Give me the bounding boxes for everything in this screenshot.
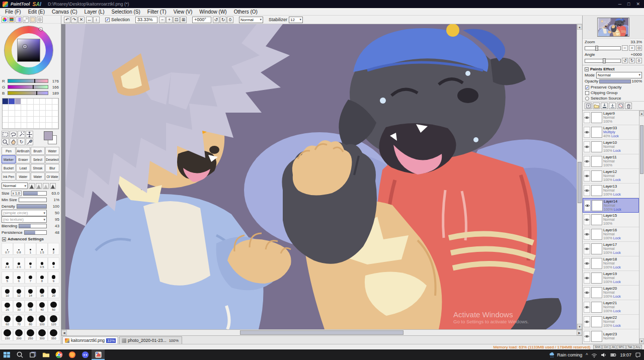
- navigator[interactable]: [583, 16, 644, 39]
- swatch-cell[interactable]: [27, 123, 33, 129]
- size-unit-select[interactable]: x 1.0: [11, 191, 22, 196]
- layer-item-layer20[interactable]: Layer20Normal100% Lock: [583, 286, 639, 300]
- tool-airbrush[interactable]: AirBrush: [16, 147, 30, 155]
- tool-marker[interactable]: Marker: [2, 155, 16, 163]
- persistence-slider[interactable]: [24, 230, 47, 235]
- layer-scroll-thumb[interactable]: [640, 125, 643, 174]
- swatch-cell[interactable]: [52, 111, 58, 117]
- swatch-cell[interactable]: [52, 105, 58, 111]
- brush-size-150[interactable]: 150: [2, 329, 13, 341]
- swatch-cell[interactable]: [9, 123, 15, 129]
- paints-effect-header[interactable]: − Paints Effect: [583, 66, 644, 72]
- brush-size-8[interactable]: 8: [36, 272, 48, 284]
- layer-list-scrollbar[interactable]: ▲ ▼: [639, 111, 644, 344]
- delete-layer-button[interactable]: [625, 103, 632, 109]
- layer-item-layer12[interactable]: Layer12Normal100% Lock: [583, 169, 639, 184]
- swatch-cell[interactable]: [52, 123, 58, 129]
- layer-item-layer11[interactable]: Layer11Normal100%: [583, 154, 639, 169]
- canvas-angle-field[interactable]: +000°: [192, 17, 211, 23]
- swatch-cell[interactable]: [15, 117, 21, 123]
- scroll-down-icon[interactable]: ▼: [577, 324, 582, 329]
- tool-brush[interactable]: Brush: [31, 147, 45, 155]
- layer-item-layer18[interactable]: Layer18Normal100% Lock: [583, 256, 639, 271]
- layer-visibility-eye-icon[interactable]: [584, 273, 590, 284]
- stabilizer-select[interactable]: 12 ▾: [289, 17, 303, 23]
- flip-vertical-button[interactable]: ↕: [93, 17, 100, 23]
- taskbar-start-icon[interactable]: [0, 349, 13, 360]
- brush-size-250[interactable]: 250: [25, 329, 36, 341]
- layer-item-layer17[interactable]: Layer17Normal100% Lock: [583, 242, 639, 256]
- taskbar-discord-icon[interactable]: [78, 349, 92, 360]
- layer-item-layer10[interactable]: Layer10Normal100% Lock: [583, 140, 639, 154]
- brush-tip-shape-icon[interactable]: [43, 183, 49, 189]
- brush-size-4[interactable]: 4: [48, 257, 59, 269]
- taskbar-task-view-icon[interactable]: [26, 349, 39, 360]
- canvas-artwork[interactable]: [65, 24, 577, 329]
- tool-streak[interactable]: Streak: [31, 164, 45, 172]
- brush-size-10[interactable]: 10: [2, 286, 13, 298]
- layer-visibility-eye-icon[interactable]: [584, 302, 590, 313]
- layer-visibility-eye-icon[interactable]: [584, 141, 590, 152]
- swatch-cell[interactable]: [15, 99, 21, 105]
- layer-item-layer16[interactable]: Layer16Normal100% Lock: [583, 227, 639, 242]
- swatch-cell[interactable]: [21, 99, 27, 105]
- swatch-cell[interactable]: [21, 111, 27, 117]
- eyedropper-tool-icon[interactable]: [26, 138, 33, 145]
- swatch-cell[interactable]: [9, 99, 15, 105]
- tool-blur[interactable]: Blur: [45, 164, 59, 172]
- brush-size-2.3[interactable]: 2.3: [2, 257, 13, 269]
- tool-water[interactable]: Water: [45, 147, 59, 155]
- menu-view[interactable]: View (V): [170, 8, 196, 16]
- brush-size-70[interactable]: 70: [13, 315, 25, 327]
- swatch-cell[interactable]: [46, 123, 52, 129]
- swatch-cell[interactable]: [40, 117, 46, 123]
- scroll-up-icon[interactable]: ▲: [639, 111, 644, 116]
- menu-canvas[interactable]: Canvas (C): [48, 8, 81, 16]
- rotate-ccw-button[interactable]: ↺: [622, 58, 628, 63]
- brush-shape-select[interactable]: (simple circle) ▾: [2, 210, 47, 216]
- new-layer-button[interactable]: [585, 103, 592, 109]
- swatch-cell[interactable]: [9, 117, 15, 123]
- rect-select-tool-icon[interactable]: [2, 131, 9, 138]
- brush-tip-shape-icon[interactable]: [29, 183, 35, 189]
- brush-size-80[interactable]: 80: [25, 315, 36, 327]
- rotate-reset-button[interactable]: 0: [227, 17, 233, 23]
- layer-visibility-eye-icon[interactable]: [584, 229, 590, 240]
- swatch-cell[interactable]: [34, 117, 40, 123]
- brush-tip-shape-icon[interactable]: [36, 183, 42, 189]
- move-tool-icon[interactable]: [26, 131, 33, 138]
- brush-size-5[interactable]: 5: [2, 272, 13, 284]
- tool-select[interactable]: Select: [31, 155, 45, 163]
- weather-widget[interactable]: Rain coming: [549, 352, 582, 358]
- menu-file[interactable]: File (F): [2, 8, 25, 16]
- brush-size-16[interactable]: 16: [36, 286, 48, 298]
- brush-size-200[interactable]: 200: [13, 329, 25, 341]
- swatch-cell[interactable]: [21, 105, 27, 111]
- undo-button[interactable]: ↶: [64, 17, 70, 23]
- menu-edit[interactable]: Edit (E): [25, 8, 48, 16]
- transfer-down-button[interactable]: [601, 103, 608, 109]
- vertical-scroll-thumb[interactable]: [578, 162, 582, 203]
- brush-size-1[interactable]: 1: [25, 243, 36, 255]
- brush-size-350[interactable]: 350: [48, 329, 59, 341]
- zoom-slider-thumb[interactable]: [595, 46, 598, 51]
- swatch-cell[interactable]: [3, 123, 9, 129]
- magic-wand-tool-icon[interactable]: [18, 131, 25, 138]
- canvas-horizontal-scrollbar[interactable]: ◀ ▶: [61, 329, 582, 335]
- brush-size-12[interactable]: 12: [13, 286, 25, 298]
- layer-item-layer33[interactable]: Layer33Multiply40% Lock: [583, 125, 639, 140]
- hand-tool-icon[interactable]: [10, 138, 17, 145]
- color-mixer-icon[interactable]: [16, 17, 22, 23]
- brush-blend-mode-select[interactable]: Normal ▾: [2, 183, 28, 189]
- swatches-icon[interactable]: [23, 17, 29, 23]
- rotate-tool-icon[interactable]: ↻: [18, 138, 25, 145]
- layer-visibility-eye-icon[interactable]: [584, 127, 590, 138]
- advanced-settings-header[interactable]: + Advanced Settings: [0, 236, 61, 242]
- zoom-out-button[interactable]: −: [622, 45, 628, 51]
- layer-item-layer21[interactable]: Layer21Normal100% Lock: [583, 300, 639, 315]
- brush-size-40[interactable]: 40: [36, 300, 48, 312]
- clear-layer-button[interactable]: [617, 103, 624, 109]
- swatch-cell[interactable]: [15, 105, 21, 111]
- brush-size-2.6[interactable]: 2.6: [13, 257, 25, 269]
- color-wheel-icon[interactable]: [2, 17, 8, 23]
